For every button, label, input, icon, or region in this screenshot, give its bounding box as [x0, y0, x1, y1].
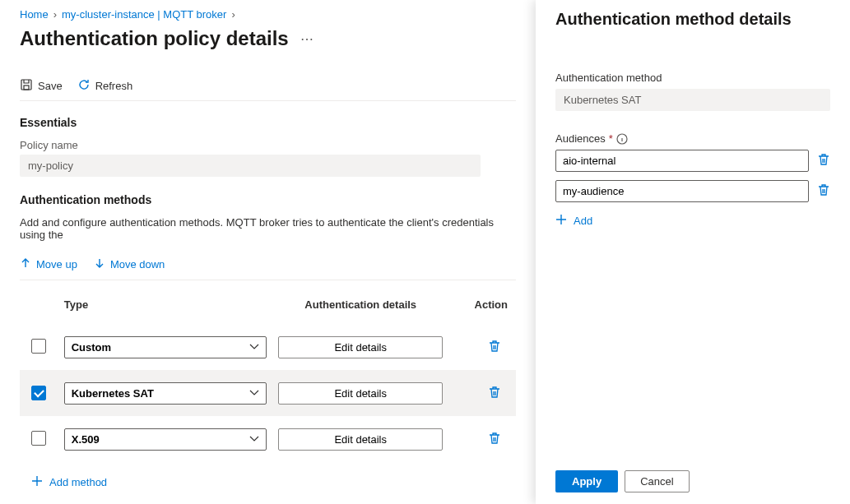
info-icon[interactable] [616, 133, 628, 145]
main-content: Home › my-cluster-instance | MQTT broker… [0, 0, 536, 504]
toolbar: Save Refresh [20, 72, 516, 101]
required-indicator: * [609, 132, 613, 145]
trash-icon[interactable] [488, 389, 501, 401]
move-up-label: Move up [36, 258, 77, 270]
save-label: Save [38, 80, 63, 92]
save-button[interactable]: Save [20, 78, 63, 94]
add-method-label: Add method [49, 476, 107, 488]
table-header-row: Type Authentication details Action [20, 292, 516, 324]
more-icon[interactable]: ⋯ [297, 31, 317, 47]
trash-icon[interactable] [488, 343, 501, 355]
panel-footer: Apply Cancel [536, 464, 850, 504]
details-panel: Authentication method details Authentica… [536, 0, 850, 504]
trash-icon[interactable] [817, 153, 830, 169]
move-down-label: Move down [110, 258, 165, 270]
add-method-button[interactable]: Add method [20, 475, 107, 489]
col-details-header: Authentication details [271, 298, 450, 311]
panel-body: Authentication method details Authentica… [536, 0, 850, 464]
plus-icon [31, 475, 43, 489]
page-title-row: Authentication policy details ⋯ [20, 27, 516, 50]
refresh-label: Refresh [95, 80, 133, 92]
col-type-header: Type [64, 298, 272, 311]
table-row: Edit details [20, 416, 516, 462]
move-buttons: Move up Move down [20, 252, 516, 280]
audience-row [555, 150, 830, 172]
page-title: Authentication policy details [20, 27, 289, 50]
move-up-button[interactable]: Move up [20, 257, 77, 271]
auth-method-field [555, 89, 830, 111]
type-select[interactable] [64, 428, 267, 451]
row-checkbox[interactable] [31, 339, 46, 354]
add-audience-button[interactable]: Add [555, 214, 592, 228]
edit-details-button[interactable]: Edit details [278, 336, 443, 358]
audiences-label-text: Audiences [555, 132, 606, 145]
type-select[interactable] [64, 336, 267, 358]
edit-details-button[interactable]: Edit details [278, 382, 443, 405]
auth-method-label: Authentication method [555, 72, 830, 84]
policy-name-field [20, 155, 481, 177]
move-down-button[interactable]: Move down [94, 257, 165, 271]
auth-methods-description: Add and configure authentication methods… [20, 216, 516, 241]
audience-row [555, 180, 830, 202]
col-action-header: Action [450, 298, 516, 311]
refresh-icon [77, 78, 91, 94]
type-select[interactable] [64, 382, 267, 405]
plus-icon [555, 214, 567, 228]
save-icon [20, 78, 33, 94]
cancel-button[interactable]: Cancel [625, 470, 689, 492]
svg-rect-1 [24, 86, 29, 90]
svg-rect-0 [21, 80, 31, 90]
edit-details-button[interactable]: Edit details [278, 428, 443, 451]
breadcrumb-cluster[interactable]: my-cluster-instance | MQTT broker [62, 8, 226, 21]
panel-title: Authentication method details [555, 10, 830, 29]
policy-name-label: Policy name [20, 139, 516, 151]
audience-input[interactable] [555, 150, 809, 172]
trash-icon[interactable] [488, 435, 501, 447]
breadcrumb-home[interactable]: Home [20, 8, 49, 21]
table-row: Edit details [20, 370, 516, 416]
arrow-up-icon [20, 257, 31, 271]
apply-button[interactable]: Apply [555, 470, 618, 492]
add-audience-label: Add [574, 215, 592, 227]
audience-input[interactable] [555, 180, 809, 202]
methods-table: Type Authentication details Action Edit … [20, 292, 516, 462]
trash-icon[interactable] [817, 183, 830, 199]
essentials-heading: Essentials [20, 116, 516, 129]
audiences-label: Audiences * [555, 132, 830, 145]
table-row: Edit details [20, 324, 516, 370]
row-checkbox[interactable] [31, 431, 46, 446]
chevron-right-icon: › [53, 8, 57, 21]
chevron-right-icon: › [231, 8, 235, 21]
refresh-button[interactable]: Refresh [77, 78, 133, 94]
row-checkbox[interactable] [31, 386, 46, 400]
breadcrumb: Home › my-cluster-instance | MQTT broker… [20, 8, 516, 21]
auth-methods-heading: Authentication methods [20, 193, 516, 206]
arrow-down-icon [94, 257, 105, 271]
